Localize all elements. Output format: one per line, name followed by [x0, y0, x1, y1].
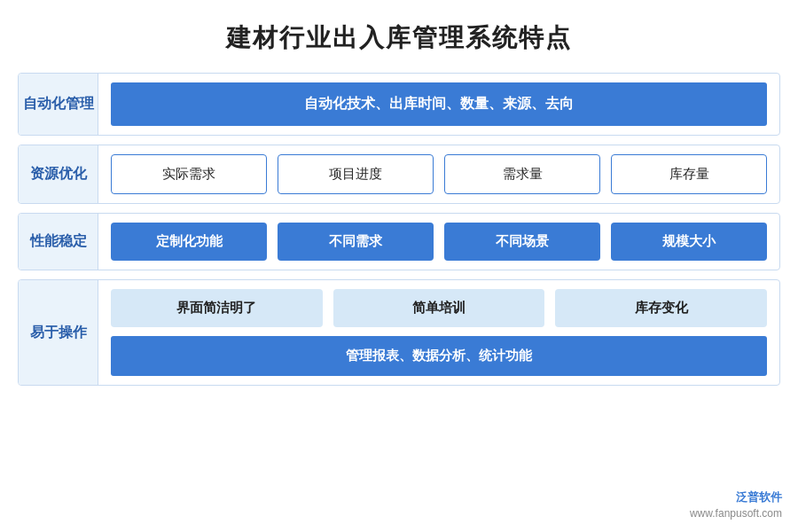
light-box-2: 库存变化 [555, 289, 767, 327]
easy-top-boxes: 界面简洁明了 简单培训 库存变化 [111, 289, 767, 327]
label-performance: 性能稳定 [19, 214, 98, 270]
page-title: 建材行业出入库管理系统特点 [226, 0, 572, 73]
row-content-easy: 界面简洁明了 简单培训 库存变化 管理报表、数据分析、统计功能 [98, 280, 779, 385]
outline-box-1: 项目进度 [278, 154, 434, 194]
row-content-performance: 定制化功能 不同需求 不同场景 规模大小 [98, 214, 779, 270]
row-content-automation: 自动化技术、出库时间、数量、来源、去向 [98, 74, 779, 135]
blue-bar-automation: 自动化技术、出库时间、数量、来源、去向 [111, 82, 767, 126]
blue-box-2: 不同场景 [444, 223, 600, 261]
row-performance: 性能稳定 定制化功能 不同需求 不同场景 规模大小 [18, 213, 780, 270]
label-easy: 易于操作 [19, 280, 98, 385]
content-area: 自动化管理 自动化技术、出库时间、数量、来源、去向 资源优化 实际需求 项目进度… [18, 73, 780, 386]
outline-box-3: 库存量 [611, 154, 767, 194]
row-automation: 自动化管理 自动化技术、出库时间、数量、来源、去向 [18, 73, 780, 136]
blue-bar-bottom: 管理报表、数据分析、统计功能 [111, 336, 767, 376]
watermark-logo: 泛普软件 [690, 489, 782, 506]
row-resource: 资源优化 实际需求 项目进度 需求量 库存量 [18, 145, 780, 204]
watermark-url: www.fanpusoft.com [690, 505, 782, 521]
blue-box-1: 不同需求 [278, 223, 434, 261]
blue-box-0: 定制化功能 [111, 223, 267, 261]
row-easy: 易于操作 界面简洁明了 简单培训 库存变化 管理报表、数据分析、统计功能 [18, 279, 780, 386]
label-resource: 资源优化 [19, 145, 98, 203]
outline-box-2: 需求量 [444, 154, 600, 194]
watermark: 泛普软件 www.fanpusoft.com [690, 489, 782, 522]
row-content-resource: 实际需求 项目进度 需求量 库存量 [98, 145, 779, 203]
blue-box-3: 规模大小 [611, 223, 767, 261]
label-automation: 自动化管理 [19, 74, 98, 135]
outline-box-0: 实际需求 [111, 154, 267, 194]
light-box-0: 界面简洁明了 [111, 289, 323, 327]
light-box-1: 简单培训 [333, 289, 545, 327]
